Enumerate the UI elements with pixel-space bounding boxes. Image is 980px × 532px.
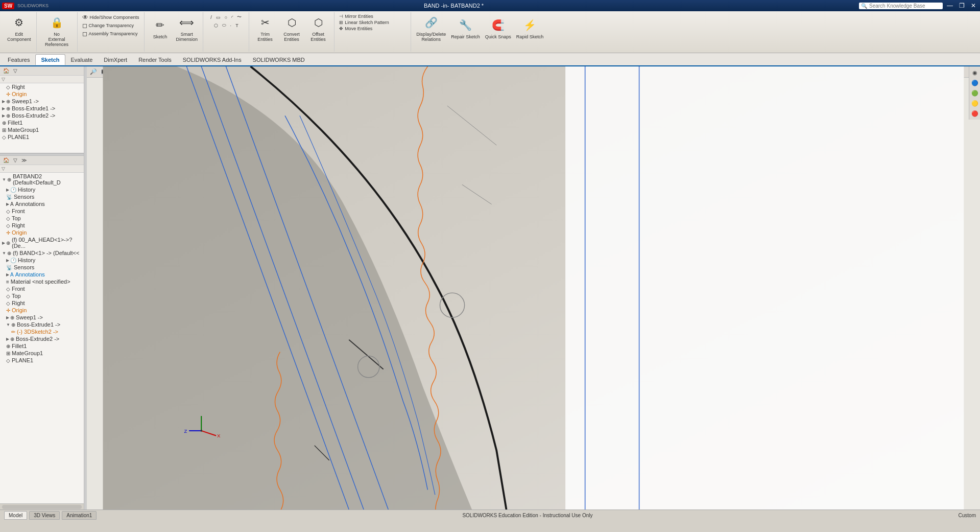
assembly-transparency-label: Assembly Transparency (89, 31, 138, 36)
point-icon: · (230, 23, 232, 28)
tree-item-origin-bottom[interactable]: ✛ Origin (0, 229, 84, 236)
tree-expand-btn[interactable]: ≫ (20, 157, 28, 164)
expand-boss1-band: ▼ (6, 322, 10, 327)
search-input[interactable] (869, 3, 941, 9)
linear-sketch-pattern-button[interactable]: ⊞ Linear Sketch Pattern (338, 19, 391, 26)
boss1-band-icon: ⊕ (11, 322, 15, 328)
change-transparency-button[interactable]: ◻ Change Transparency (81, 21, 136, 30)
viewport[interactable]: 🔎 🔳 ✋ 🔄 📐 🖼 📦 💡 🎨 🔩 ⚙ ◉ 🔵 🟢 🟡 🔴 (87, 66, 980, 510)
minimize-button[interactable]: — (945, 2, 955, 9)
tree-item-front-bottom[interactable]: ◇ Front (0, 207, 84, 215)
linear-pattern-icon: ⊞ (339, 20, 343, 25)
tab-features[interactable]: Features (2, 54, 35, 65)
status-tab-3dviews[interactable]: 3D Views (29, 511, 60, 520)
offset-entities-button[interactable]: ⬡ OffsetEntities (305, 13, 331, 43)
edit-component-button[interactable]: ⚙ Edit Component (5, 13, 33, 43)
tree-item-mategroup1-top[interactable]: ⊞ MateGroup1 (0, 126, 84, 133)
tree-home-btn-bottom[interactable]: 🏠 (2, 157, 11, 164)
search-box[interactable]: 🔍 (859, 3, 943, 9)
trim-label: TrimEntities (257, 32, 273, 42)
assembly-transparency-button[interactable]: ◻ Assembly Transparency (81, 30, 139, 38)
tree-item-mategroup1-band[interactable]: ⊞ MateGroup1 (0, 350, 84, 357)
tree-home-btn[interactable]: 🏠 (2, 67, 11, 74)
point-button[interactable]: · (229, 22, 233, 29)
display-delete-button[interactable]: 🔗 Display/DeleteRelations (414, 13, 448, 43)
status-tab-model[interactable]: Model (4, 511, 27, 520)
tree-item-boss2-band[interactable]: ▶ ⊕ Boss-Extrude2 -> (0, 335, 84, 342)
tree-item-material[interactable]: ≡ Material <not specified> (0, 278, 84, 285)
tree-item-top-band[interactable]: ◇ Top (0, 292, 84, 299)
left-panel-scrollbar[interactable] (0, 503, 84, 510)
tree-item-sensors-bottom[interactable]: 📡 Sensors (0, 193, 84, 200)
tree-item-3dsketch2[interactable]: ✏ (-) 3DSketch2 -> (0, 328, 84, 335)
tab-solidworks-addins[interactable]: SOLIDWORKS Add-Ins (177, 54, 247, 65)
smart-dimension-button[interactable]: ⟺ SmartDimension (174, 13, 200, 43)
tree-item-top-bottom[interactable]: ◇ Top (0, 215, 84, 222)
repair-sketch-button[interactable]: 🔧 Repair Sketch (449, 16, 482, 40)
tab-sketch[interactable]: Sketch (35, 54, 65, 65)
quick-snaps-button[interactable]: 🧲 Quick Snaps (483, 16, 513, 40)
tab-dimxpert[interactable]: DimXpert (98, 54, 133, 65)
tree-root-batband2[interactable]: ▼ ⊕ BATBAND2 (Default<Default_D (0, 173, 84, 186)
expand-batband2: ▼ (2, 177, 6, 182)
fillet1-icon: ⊕ (2, 120, 6, 126)
hide-show-button[interactable]: 👁 Hide/Show Components (81, 13, 141, 21)
tree-filter-btn[interactable]: ▽ (12, 67, 19, 74)
text-button[interactable]: T (234, 22, 240, 29)
rectangle-button[interactable]: ▭ (214, 14, 222, 20)
spline-button[interactable]: 〜 (235, 13, 243, 21)
tree-item-right-top[interactable]: ◇ Right (0, 83, 84, 90)
convert-entities-button[interactable]: ⬡ ConvertEntities (279, 13, 304, 43)
rapid-sketch-button[interactable]: ⚡ Rapid Sketch (514, 16, 546, 40)
tree-item-fillet1-band[interactable]: ⊕ Fillet1 (0, 342, 84, 350)
tree-item-annotations-bottom[interactable]: ▶ A Annotations (0, 200, 84, 207)
change-transparency-label: Change Transparency (89, 23, 134, 28)
status-tab-animation[interactable]: Animation1 (62, 511, 97, 520)
tree-item-origin-top[interactable]: ✛ Origin (0, 90, 84, 98)
polygon-button[interactable]: ⬡ (212, 22, 220, 29)
close-button[interactable]: ✕ (969, 2, 978, 9)
tree-item-boss-extrude2[interactable]: ▶ ⊕ Boss-Extrude2 -> (0, 112, 84, 119)
ellipse-button[interactable]: ⬭ (221, 22, 228, 29)
tree-item-sweep1-band[interactable]: ▶ ⊕ Sweep1 -> (0, 314, 84, 321)
tree-item-plane1-top[interactable]: ◇ PLANE1 (0, 133, 84, 141)
restore-button[interactable]: ❐ (957, 2, 967, 9)
no-external-refs-button[interactable]: 🔒 NoExternalReferences (43, 13, 70, 48)
arc-button[interactable]: ◜ (230, 14, 234, 20)
tree-item-boss1-band[interactable]: ▼ ⊕ Boss-Extrude1 -> (0, 321, 84, 328)
tab-evaluate[interactable]: Evaluate (65, 54, 99, 65)
tab-solidworks-mbd[interactable]: SOLIDWORKS MBD (247, 54, 310, 65)
assembly-transparency-icon: ◻ (82, 30, 87, 37)
tree-item-front-band[interactable]: ◇ Front (0, 285, 84, 292)
expand-boss1: ▶ (2, 106, 5, 111)
tree-item-band[interactable]: ▼ ⊕ (f) BAND<1> -> (Default<< (0, 249, 84, 257)
tree-item-aa-head[interactable]: ▶ ⊕ (f) 00_AA_HEAD<1>->? (De... (0, 236, 84, 249)
mirror-entities-button[interactable]: ⊣ Mirror Entities (338, 13, 375, 19)
tree-item-boss-extrude1[interactable]: ▶ ⊕ Boss-Extrude1 -> (0, 105, 84, 112)
line-button[interactable]: / (209, 14, 213, 20)
repair-sketch-label: Repair Sketch (451, 34, 480, 39)
move-entities-button[interactable]: ✥ Move Entities (338, 26, 374, 32)
sweep1-icon: ⊕ (6, 99, 10, 104)
tree-item-right-bottom[interactable]: ◇ Right (0, 222, 84, 229)
origin-band-label: Origin (12, 307, 27, 313)
tree-item-band-sensors[interactable]: 📡 Sensors (0, 264, 84, 271)
tree-filter-btn-bottom[interactable]: ▽ (12, 157, 19, 164)
tree-item-origin-band[interactable]: ✛ Origin (0, 307, 84, 314)
quick-snaps-label: Quick Snaps (485, 34, 511, 39)
tree-item-right-band[interactable]: ◇ Right (0, 299, 84, 307)
tree-item-sweep1[interactable]: ▶ ⊕ Sweep1 -> (0, 98, 84, 105)
tree-item-history-bottom[interactable]: ▶ 🕐 History (0, 186, 84, 193)
sketch-button[interactable]: ✏ Sketch (148, 16, 173, 40)
trim-entities-button[interactable]: ✂ TrimEntities (252, 13, 278, 43)
toolbar-section-tools: 🔗 Display/DeleteRelations 🔧 Repair Sketc… (411, 12, 548, 52)
circle-button[interactable]: ○ (223, 14, 229, 20)
convert-icon: ⬡ (283, 14, 300, 31)
repair-sketch-icon: 🔧 (457, 17, 473, 33)
tree-item-plane1-band[interactable]: ◇ PLANE1 (0, 357, 84, 364)
tree-item-band-annotations[interactable]: ▶ A Annotations (0, 271, 84, 278)
tree-item-band-history[interactable]: ▶ 🕐 History (0, 257, 84, 264)
tab-render-tools[interactable]: Render Tools (133, 54, 177, 65)
right-label-bottom: Right (12, 222, 25, 228)
tree-item-fillet1[interactable]: ⊕ Fillet1 (0, 119, 84, 126)
